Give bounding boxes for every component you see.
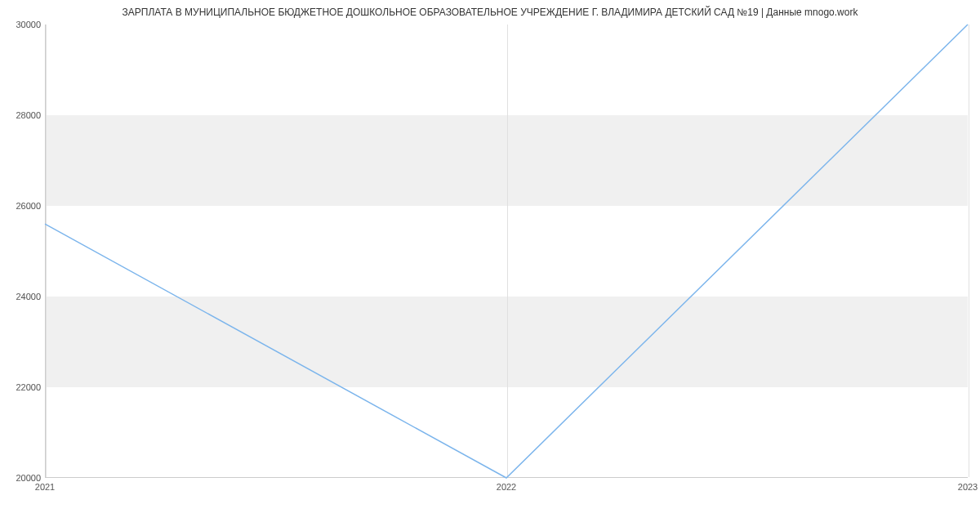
line-path bbox=[45, 25, 968, 478]
x-axis-tick: 2021 bbox=[35, 482, 55, 492]
line-series bbox=[45, 25, 968, 478]
chart-title: ЗАРПЛАТА В МУНИЦИПАЛЬНОЕ БЮДЖЕТНОЕ ДОШКО… bbox=[0, 0, 980, 21]
x-axis-tick: 2022 bbox=[497, 482, 516, 492]
gridline-vertical bbox=[969, 25, 969, 477]
y-axis-tick: 24000 bbox=[0, 292, 41, 301]
chart-area: 2000022000240002600028000300002021202220… bbox=[45, 25, 968, 490]
y-axis-tick: 26000 bbox=[0, 201, 41, 211]
y-axis-tick: 30000 bbox=[0, 20, 41, 29]
y-axis-tick: 22000 bbox=[0, 382, 41, 392]
y-axis-tick: 28000 bbox=[0, 110, 41, 120]
x-axis-tick: 2023 bbox=[958, 482, 978, 492]
